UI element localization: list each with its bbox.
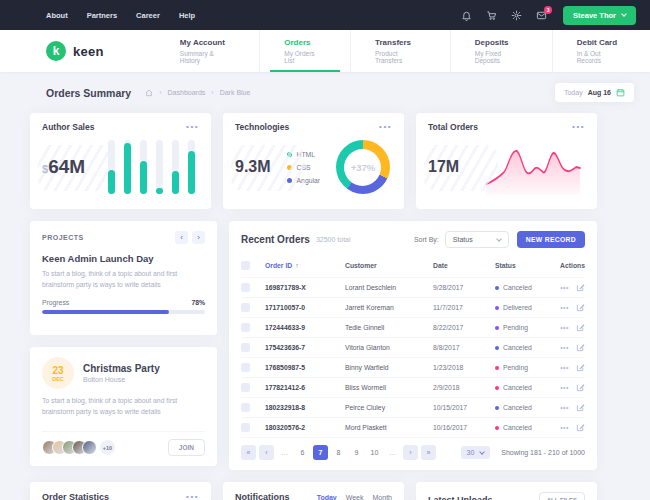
tab-week[interactable]: Week [346,494,364,500]
row-more-icon[interactable]: ••• [560,306,569,310]
edit-icon[interactable] [576,303,585,312]
row-more-icon[interactable]: ••• [560,286,569,290]
date-picker-button[interactable]: Today Aug 16 [555,83,634,102]
column-date[interactable]: Date [433,262,495,269]
table-row[interactable]: 176850987-5Binny Warfield1/23/2018Pendin… [241,357,585,377]
brand-logo[interactable]: k keen [46,30,104,72]
row-more-icon[interactable]: ••• [560,326,569,330]
nav-item-debit-card[interactable]: Debit CardIn & Out Records [552,30,650,72]
select-all-checkbox[interactable] [241,261,250,270]
nav-item-transfers[interactable]: TransfersProduct Transfers [350,30,450,72]
row-checkbox[interactable] [241,423,250,432]
customer-cell: Binny Warfield [345,364,433,371]
order-id-cell: 172444633-9 [265,324,345,331]
nav-item-title: Deposits [475,38,528,47]
nav-item-orders[interactable]: OrdersMy Orders List [259,30,350,72]
prev-arrow-button[interactable]: ‹ [175,231,188,244]
column-order-id[interactable]: Order ID↑ [265,262,345,269]
topbar-link-about[interactable]: About [46,11,68,20]
page-ellipsis: … [277,445,292,460]
total-orders-value: 17M [428,158,459,176]
home-icon[interactable] [145,89,153,97]
more-menu-icon[interactable]: ••• [186,495,199,499]
table-row[interactable]: 169871789-XLorant Deschlein9/28/2017Canc… [241,277,585,297]
more-menu-icon[interactable]: ••• [379,125,392,129]
author-sales-value: $64M [42,156,85,178]
next-arrow-button[interactable]: › [192,231,205,244]
cart-icon[interactable] [486,10,497,21]
table-row[interactable]: 180232918-8Peirce Cluley10/15/2017Cancel… [241,397,585,417]
breadcrumb-item[interactable]: Dark Blue [220,89,251,96]
more-menu-icon[interactable]: ••• [186,125,199,129]
row-checkbox[interactable] [241,383,250,392]
more-menu-icon[interactable]: ••• [572,125,585,129]
chevron-down-icon [496,236,502,242]
per-page-select[interactable]: 30 [461,446,491,459]
edit-icon[interactable] [576,383,585,392]
tab-month[interactable]: Month [373,494,392,500]
table-row[interactable]: 172444633-9Tedie Ginnell8/22/2017Pending… [241,317,585,337]
progress-bar[interactable] [42,310,205,314]
breadcrumb-separator: › [211,89,213,96]
table-row[interactable]: 180320576-2Mord Plaskett10/16/2017Cancel… [241,417,585,437]
mail-icon[interactable]: 3 [536,10,547,21]
row-checkbox[interactable] [241,403,250,412]
bar-fill [140,161,147,194]
table-row[interactable]: 177821412-6Bliss Wormell2/9/2018Canceled… [241,377,585,397]
column-status[interactable]: Status [495,262,549,269]
table-row[interactable]: 175423636-7Vitoria Glanton8/8/2017Cancel… [241,337,585,357]
event-card: 23 DEC Christmas Party Bolton House To s… [30,347,217,466]
page-button[interactable]: 10 [367,445,382,460]
page-button-active[interactable]: 7 [313,445,328,460]
avatar[interactable] [82,440,97,455]
row-more-icon[interactable]: ••• [560,406,569,410]
page-button[interactable]: 8 [331,445,346,460]
row-checkbox[interactable] [241,323,250,332]
status-dot [495,306,499,310]
row-more-icon[interactable]: ••• [560,386,569,390]
content: Author Sales ••• $64M Technologies ••• 9… [0,113,650,500]
customer-cell: Peirce Cluley [345,404,433,411]
bell-icon[interactable] [461,10,472,21]
row-checkbox[interactable] [241,303,250,312]
row-checkbox[interactable] [241,283,250,292]
gear-icon[interactable] [511,10,522,21]
table-row[interactable]: 171710057-0Jarrett Koreman11/7/2017Deliv… [241,297,585,317]
breadcrumb-item[interactable]: Dashboards [168,89,206,96]
order-statistics-card: Order Statistics ••• [30,482,211,500]
all-files-button[interactable]: ALL FILES [539,492,585,500]
tab-today[interactable]: Today [317,494,337,500]
row-checkbox[interactable] [241,343,250,352]
topbar-link-help[interactable]: Help [179,11,195,20]
row-more-icon[interactable]: ••• [560,426,569,430]
nav-item-my-account[interactable]: My AccountSummary & History [156,30,259,72]
order-id-cell: 175423636-7 [265,344,345,351]
user-menu-button[interactable]: Steave Thor [563,6,636,25]
topbar-link-career[interactable]: Career [136,11,160,20]
more-avatars-badge[interactable]: +10 [100,440,115,455]
edit-icon[interactable] [576,423,585,432]
topbar-link-partners[interactable]: Partners [87,11,117,20]
page-arrow-button[interactable]: » [421,445,436,460]
nav-item-deposits[interactable]: DepositsMy Fixed Deposits [450,30,552,72]
bar-fill [124,143,131,194]
nav-item-subtitle: My Fixed Deposits [475,50,528,64]
edit-icon[interactable] [576,323,585,332]
row-checkbox[interactable] [241,363,250,372]
page-button[interactable]: 6 [295,445,310,460]
page-arrow-button[interactable]: « [241,445,256,460]
status-sort-select[interactable]: Status [445,231,509,248]
edit-icon[interactable] [576,363,585,372]
page-arrow-button[interactable]: › [403,445,418,460]
edit-icon[interactable] [576,283,585,292]
new-record-button[interactable]: NEW RECORD [517,231,585,248]
page-arrow-button[interactable]: ‹ [259,445,274,460]
edit-icon[interactable] [576,343,585,352]
status-label: Pending [503,364,528,371]
column-customer[interactable]: Customer [345,262,433,269]
row-more-icon[interactable]: ••• [560,366,569,370]
row-more-icon[interactable]: ••• [560,346,569,350]
edit-icon[interactable] [576,403,585,412]
join-button[interactable]: JOIN [168,439,205,456]
page-button[interactable]: 9 [349,445,364,460]
